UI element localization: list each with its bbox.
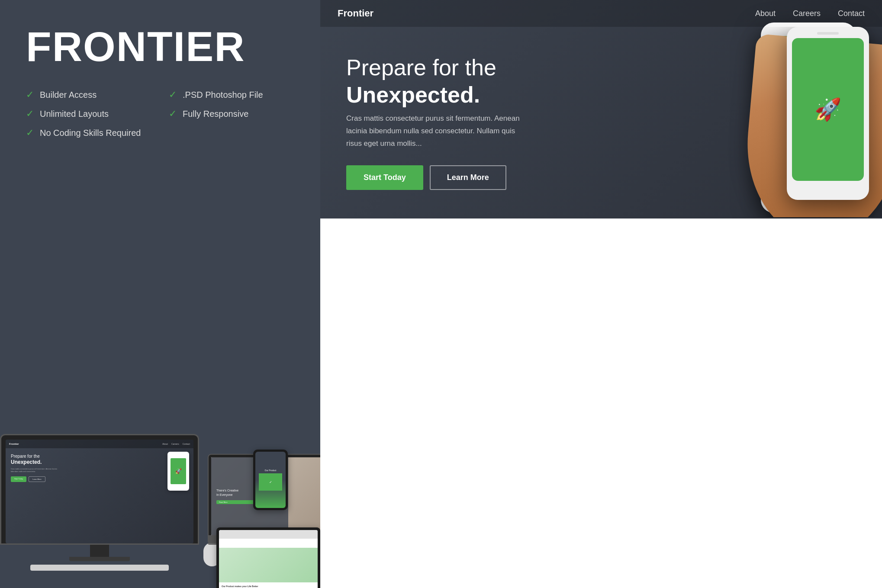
phone-small-mockup: Our Product ✓ — [253, 450, 288, 510]
hero-content: Prepare for the Unexpected. Cras mattis … — [346, 54, 563, 190]
desktop-mockup: Frontier About Careers Contact Prepare f… — [0, 434, 199, 571]
learn-more-button[interactable]: Learn More — [430, 165, 506, 190]
feature-text: Builder Access — [40, 90, 97, 100]
feature-text: .PSD Photoshop File — [183, 90, 263, 100]
feature-text: No Coding Skills Required — [40, 128, 141, 138]
check-icon: ✓ — [26, 127, 34, 138]
nav-link-careers[interactable]: Careers — [793, 9, 821, 18]
feature-item: ✓ Fully Responsive — [169, 108, 294, 119]
feature-item: ✓ No Coding Skills Required — [26, 127, 151, 138]
nav-link-contact[interactable]: Contact — [838, 9, 865, 18]
check-icon: ✓ — [26, 108, 34, 119]
monitor-frame: Frontier About Careers Contact Prepare f… — [0, 434, 199, 545]
site-logo: Frontier — [338, 8, 373, 19]
brand-title: FRONTIER — [26, 26, 294, 67]
feature-item: ✓ .PSD Photoshop File — [169, 89, 294, 100]
feature-text: Unlimited Layouts — [40, 109, 109, 119]
tablet-mockup: Our Product makes your Life Better Lorem… — [216, 527, 320, 588]
features-grid: ✓ Builder Access ✓ .PSD Photoshop File ✓… — [26, 89, 294, 138]
check-icon: ✓ — [26, 89, 34, 100]
check-icon: ✓ — [169, 108, 177, 119]
left-panel: FRONTIER ✓ Builder Access ✓ .PSD Photosh… — [0, 0, 320, 588]
site-hero: Prepare for the Unexpected. Cras mattis … — [320, 27, 882, 217]
hero-buttons: Start Today Learn More — [346, 165, 563, 190]
hero-title-line1: Prepare for the — [346, 55, 496, 80]
feature-item: ✓ Unlimited Layouts — [26, 108, 151, 119]
right-top-panel: Frontier About Careers Contact Prepare f… — [320, 0, 882, 218]
hero-title: Prepare for the Unexpected. — [346, 54, 563, 108]
start-today-button[interactable]: Start Today — [346, 165, 423, 190]
nav-links: About Careers Contact — [755, 9, 865, 18]
check-icon: ✓ — [169, 89, 177, 100]
feature-item: ✓ Builder Access — [26, 89, 151, 100]
nav-link-about[interactable]: About — [755, 9, 776, 18]
hero-title-line2: Unexpected. — [346, 81, 563, 108]
devices-mockup: Frontier About Careers Contact Prepare f… — [0, 242, 320, 588]
feature-text: Fully Responsive — [183, 109, 248, 119]
hand-decoration: 🚀 — [718, 27, 882, 217]
hero-description: Cras mattis consectetur purus sit fermen… — [346, 112, 528, 150]
monitor-screen: Frontier About Careers Contact Prepare f… — [6, 440, 193, 543]
